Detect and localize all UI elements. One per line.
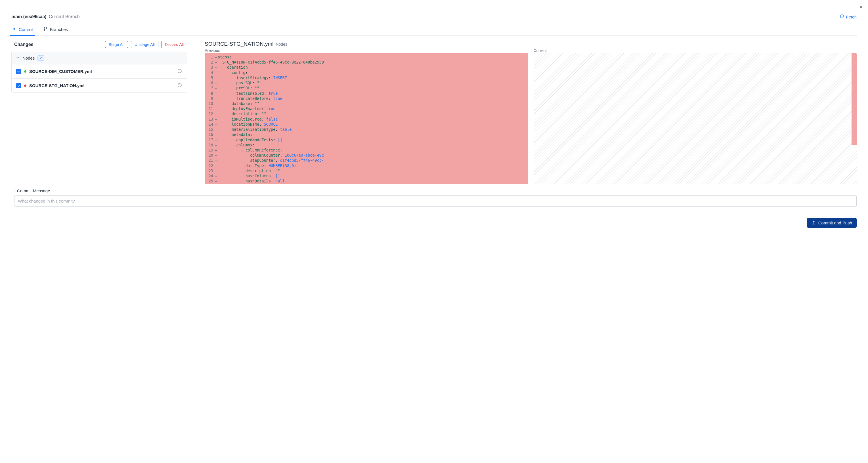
- code-line: 15— materializationType: table: [205, 127, 528, 132]
- diff-previous-label: Previous: [205, 48, 528, 53]
- code-line: 18— columns:: [205, 142, 528, 147]
- diff-current-pane: [534, 53, 857, 184]
- commit-message-label: *Commit Message: [14, 188, 857, 193]
- file-row[interactable]: SOURCE-STG_NATION.yml: [12, 78, 187, 93]
- commit-and-push-button[interactable]: Commit and Push: [807, 218, 857, 228]
- file-name: SOURCE-STG_NATION.yml: [29, 83, 85, 88]
- empty-hatch: [534, 53, 857, 184]
- code-line: 6— postSQL: "": [205, 80, 528, 86]
- branch-name: main (eea96caa): [11, 14, 46, 19]
- fetch-button[interactable]: Fetch: [840, 14, 857, 19]
- code-line: 1—steps:: [205, 55, 528, 60]
- code-line: 10— database: "": [205, 101, 528, 106]
- code-line: 23— description: "": [205, 168, 528, 173]
- vertical-divider: [196, 41, 196, 184]
- code-line: 19— - columnReference:: [205, 147, 528, 153]
- code-line: 16— metadata:: [205, 132, 528, 137]
- code-line: 9— truncateBefore: true: [205, 96, 528, 101]
- code-line: 14— locationName: SOURCE: [205, 122, 528, 127]
- changes-title: Changes: [11, 42, 33, 47]
- tab-branches[interactable]: Branches: [42, 25, 68, 35]
- close-icon[interactable]: ×: [859, 3, 863, 11]
- branch-info: main (eea96caa) Current Branch: [11, 14, 80, 19]
- file-row[interactable]: SOURCE-DIM_CUSTOMER.yml: [12, 64, 187, 78]
- code-line: 2— STG_NATION-c1f4cbd5-ff46-49cc-8e22-84…: [205, 60, 528, 65]
- tab-commit[interactable]: Commit: [11, 25, 34, 35]
- code-line: 22— dataType: NUMBER(38,0): [205, 163, 528, 168]
- svg-point-4: [46, 28, 47, 28]
- code-line: 25— hashDetails: null: [205, 178, 528, 184]
- code-line: 13— isMultisource: false: [205, 117, 528, 122]
- diff-current-label: Current: [534, 48, 857, 53]
- tabs: Commit Branches: [11, 25, 857, 36]
- tab-commit-label: Commit: [19, 27, 33, 32]
- commit-and-push-label: Commit and Push: [818, 221, 852, 225]
- code-line: 21— stepCounter: c1f4cbd5-ff46-49cc-: [205, 158, 528, 163]
- diff-file-sub: Nodes: [276, 42, 287, 46]
- code-line: 26— name: N_NATIONKEY: [205, 184, 528, 184]
- file-checkbox[interactable]: [16, 69, 21, 74]
- code-line: 20— columnCounter: 108c67e0-ebca-49c: [205, 153, 528, 158]
- fetch-label: Fetch: [846, 14, 857, 19]
- code-line: 8— testsEnabled: true: [205, 91, 528, 96]
- diff-file-title: SOURCE-STG_NATION.yml: [205, 41, 273, 47]
- required-star: *: [14, 188, 16, 193]
- status-dot-deleted-icon: [24, 85, 26, 87]
- code-line: 11— deployEnabled: true: [205, 106, 528, 111]
- file-checkbox[interactable]: [16, 83, 21, 88]
- commit-icon: [12, 27, 17, 32]
- discard-all-button[interactable]: Discard All: [161, 41, 187, 48]
- code-line: 4— config:: [205, 70, 528, 75]
- commit-message-input[interactable]: [14, 195, 857, 206]
- changes-group-header[interactable]: Nodes 2: [12, 52, 187, 64]
- code-line: 5— insertStrategy: INSERT: [205, 75, 528, 80]
- changes-group-count: 2: [37, 55, 44, 61]
- code-line: 12— description: "": [205, 111, 528, 116]
- changes-group-name: Nodes: [23, 56, 35, 60]
- revert-icon[interactable]: [177, 68, 183, 74]
- code-line: 3— operation:: [205, 65, 528, 70]
- chevron-down-icon: [16, 56, 20, 60]
- changes-list: Nodes 2 SOURCE-DIM_CUSTOMER.yml: [11, 52, 187, 93]
- svg-point-3: [44, 28, 44, 28]
- refresh-icon: [840, 14, 844, 19]
- stage-all-button[interactable]: Stage All: [105, 41, 128, 48]
- diff-previous-pane: 1—steps:2— STG_NATION-c1f4cbd5-ff46-49cc…: [205, 53, 528, 184]
- revert-icon[interactable]: [177, 82, 183, 89]
- diff-minimap-bar: [851, 53, 857, 145]
- branch-icon: [43, 27, 48, 32]
- unstage-all-button[interactable]: Unstage All: [131, 41, 158, 48]
- code-line: 24— hashColumns: []: [205, 173, 528, 178]
- status-dot-added-icon: [24, 70, 26, 73]
- tab-branches-label: Branches: [50, 27, 68, 32]
- code-line: 17— appliedNodeTests: []: [205, 137, 528, 142]
- upload-icon: [811, 220, 816, 226]
- file-name: SOURCE-DIM_CUSTOMER.yml: [29, 69, 92, 74]
- code-line: 7— preSQL: "": [205, 86, 528, 91]
- branch-sub: Current Branch: [49, 14, 80, 19]
- svg-point-0: [13, 28, 15, 30]
